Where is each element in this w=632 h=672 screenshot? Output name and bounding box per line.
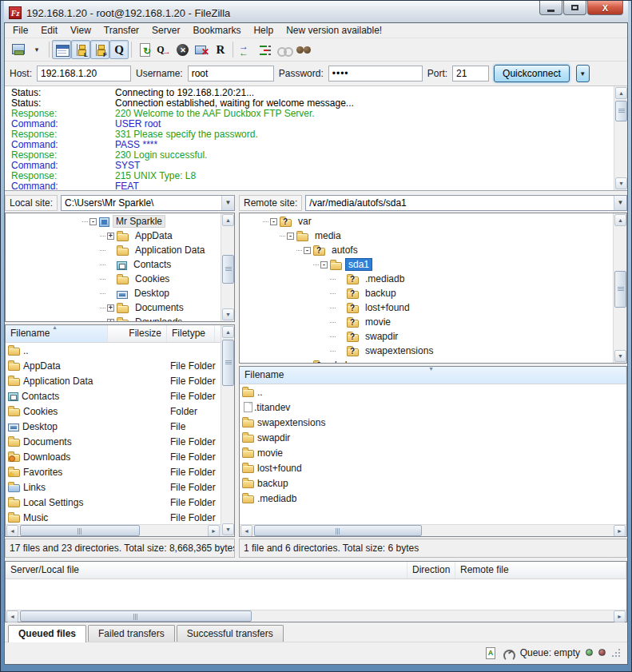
tree-item-label[interactable]: Cookies xyxy=(132,272,173,285)
tree-item-label[interactable]: autofs xyxy=(328,244,361,256)
file-row[interactable]: swapdir xyxy=(240,430,626,445)
tree-item-label[interactable]: var xyxy=(295,215,315,228)
scroll-right-icon[interactable]: ► xyxy=(208,525,220,537)
port-input[interactable] xyxy=(452,66,489,82)
toggle-remote-tree-icon[interactable]: F xyxy=(90,40,109,59)
column-header-filesize[interactable]: Filesize xyxy=(108,325,167,342)
file-row[interactable]: Documents File Folder xyxy=(6,434,221,449)
scroll-thumb[interactable] xyxy=(615,101,627,121)
scroll-down-icon[interactable]: ▼ xyxy=(222,308,234,320)
file-row[interactable]: AppData File Folder xyxy=(6,358,221,373)
tree-item[interactable]: Contacts xyxy=(6,257,221,272)
tree-item[interactable]: dvd xyxy=(240,358,613,363)
tree-item[interactable]: + AppData xyxy=(6,229,221,243)
file-row[interactable]: Favorites File Folder xyxy=(6,464,221,479)
scroll-up-icon[interactable]: ▲ xyxy=(222,326,234,338)
column-header-server-local-file[interactable]: Server/Local file xyxy=(6,562,407,579)
tree-expander[interactable]: + xyxy=(107,304,114,312)
filter-icon[interactable] xyxy=(274,40,293,59)
file-row[interactable]: swapextensions xyxy=(240,415,626,430)
local-list-scrollbar[interactable]: ▲ ▼ xyxy=(221,325,234,536)
tree-item-label[interactable]: Mr Sparkle xyxy=(113,215,165,228)
local-tree-scrollbar[interactable]: ▲ ▼ xyxy=(221,213,234,321)
menu-item[interactable]: Help xyxy=(247,24,280,37)
column-header-filename[interactable]: Filename xyxy=(6,325,108,342)
scroll-left-icon[interactable]: ◄ xyxy=(6,525,18,537)
sync-browsing-icon[interactable] xyxy=(255,40,274,59)
file-row[interactable]: Local Settings File Folder xyxy=(6,495,221,510)
tree-expander[interactable]: - xyxy=(320,261,328,268)
tree-expander[interactable]: + xyxy=(107,319,114,322)
search-icon[interactable] xyxy=(293,40,312,59)
transfer-type-icon[interactable] xyxy=(483,646,496,659)
toggle-local-tree-icon[interactable]: L xyxy=(71,40,90,59)
file-row[interactable]: Downloads File Folder xyxy=(6,449,221,464)
remote-path-dropdown[interactable]: ▼ xyxy=(614,196,626,210)
tree-expander[interactable]: - xyxy=(304,247,311,254)
scroll-thumb[interactable] xyxy=(20,610,252,622)
queue-tab[interactable]: Queued files xyxy=(8,625,86,642)
file-row[interactable]: .. xyxy=(240,384,626,400)
menu-item[interactable]: Transfer xyxy=(97,24,145,37)
tree-item-label[interactable]: Documents xyxy=(132,301,187,314)
scroll-left-icon[interactable]: ◄ xyxy=(240,525,252,537)
tree-item-label[interactable]: sda1 xyxy=(345,258,372,271)
tree-item[interactable]: .mediadb xyxy=(240,272,613,286)
local-list-hscrollbar[interactable]: ◄ ► xyxy=(6,524,221,536)
scroll-thumb[interactable] xyxy=(254,525,422,536)
tree-item[interactable]: Desktop xyxy=(6,286,221,300)
file-row[interactable]: Links File Folder xyxy=(6,479,221,495)
tree-item[interactable]: swapdir xyxy=(240,329,613,344)
scroll-down-icon[interactable]: ▼ xyxy=(614,350,626,362)
tree-item[interactable]: movie xyxy=(240,315,613,329)
scroll-up-icon[interactable]: ▲ xyxy=(614,214,626,226)
host-input[interactable] xyxy=(37,66,131,82)
scroll-thumb[interactable] xyxy=(20,525,140,536)
file-row[interactable]: Cookies Folder xyxy=(6,404,221,419)
remote-path-input[interactable] xyxy=(306,196,614,210)
file-row[interactable]: Music File Folder xyxy=(6,510,221,524)
cancel-icon[interactable]: ✕ xyxy=(173,40,192,59)
tree-item[interactable]: Application Data xyxy=(6,243,221,257)
menu-item[interactable]: View xyxy=(64,24,97,37)
tree-expander[interactable]: - xyxy=(89,218,97,225)
scroll-down-icon[interactable]: ▼ xyxy=(222,523,234,535)
tree-item[interactable]: + Documents xyxy=(6,300,221,315)
tree-item-label[interactable]: movie xyxy=(362,316,394,328)
menu-item[interactable]: File xyxy=(6,24,34,37)
scroll-thumb[interactable] xyxy=(222,255,234,284)
tree-item[interactable]: lost+found xyxy=(240,300,613,315)
tree-item[interactable]: - var xyxy=(240,214,613,229)
column-header-filename[interactable]: Filename xyxy=(240,367,626,384)
scroll-thumb[interactable] xyxy=(222,340,234,386)
scroll-down-icon[interactable]: ▼ xyxy=(615,177,627,189)
compare-directories-icon[interactable] xyxy=(236,40,255,59)
password-input[interactable] xyxy=(328,66,423,82)
tree-item[interactable]: + Downloads xyxy=(6,315,221,321)
tree-expander[interactable]: - xyxy=(287,233,294,240)
tree-item[interactable]: backup xyxy=(240,286,613,300)
column-header-filetype[interactable]: Filetype xyxy=(167,325,215,342)
scroll-right-icon[interactable]: ► xyxy=(614,610,626,622)
tree-item-label[interactable]: Application Data xyxy=(132,244,208,256)
log-scrollbar[interactable]: ▲ ▼ xyxy=(614,86,627,190)
tree-item-label[interactable]: .mediadb xyxy=(362,272,407,285)
file-row[interactable]: movie xyxy=(240,445,626,460)
file-row[interactable]: Contacts File Folder xyxy=(6,388,221,404)
username-input[interactable] xyxy=(188,66,274,82)
menu-item[interactable]: Bookmarks xyxy=(186,24,247,37)
separator[interactable] xyxy=(233,42,233,58)
file-row[interactable]: Application Data File Folder xyxy=(6,373,221,388)
tree-item[interactable]: Cookies xyxy=(6,272,221,286)
toggle-queue-icon[interactable]: Q xyxy=(109,40,129,59)
tree-item-label[interactable]: dvd xyxy=(328,359,350,363)
site-manager-icon[interactable] xyxy=(8,40,27,59)
scroll-left-icon[interactable]: ◄ xyxy=(6,610,18,622)
process-queue-icon[interactable]: Q xyxy=(153,40,173,59)
scroll-right-icon[interactable]: ► xyxy=(614,525,626,537)
menu-item[interactable]: Edit xyxy=(34,24,64,37)
site-manager-dropdown-icon[interactable]: ▾ xyxy=(27,40,46,59)
resize-grip[interactable] xyxy=(611,648,621,658)
tree-item-label[interactable]: swapextensions xyxy=(362,344,436,357)
scroll-thumb[interactable] xyxy=(614,271,626,308)
